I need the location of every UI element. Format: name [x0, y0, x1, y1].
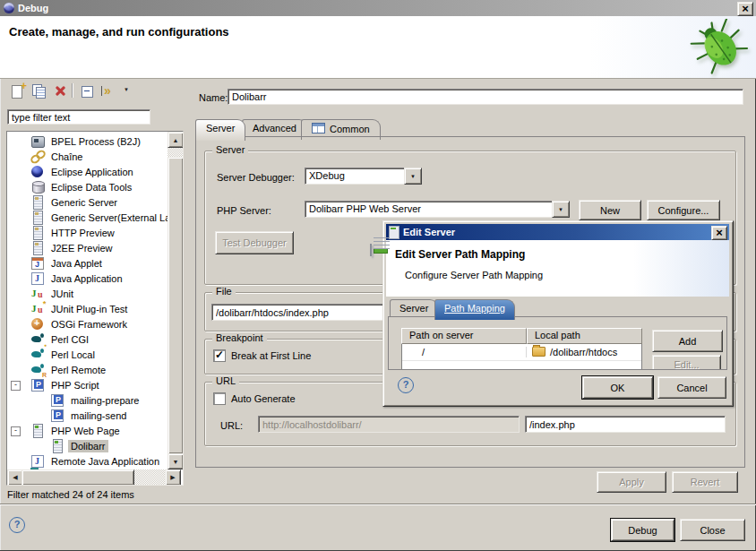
- debug-configurations-window: Debug Create, manage, and run configurat…: [0, 0, 756, 551]
- tree-item[interactable]: mailing-prepare: [7, 392, 184, 408]
- sidebar: BPEL Process (B2J) Chaîne Eclipse Applic…: [5, 81, 183, 486]
- chain-icon: [30, 150, 45, 163]
- bpel-process-icon: [30, 134, 45, 148]
- scroll-up-icon[interactable]: ▲: [168, 132, 184, 148]
- filter-status: Filter matched 24 of 24 items: [7, 489, 134, 500]
- tree-horizontal-scrollbar[interactable]: ◀ ▶: [7, 469, 181, 485]
- eclipse-logo-icon: [4, 3, 14, 13]
- toolbar-separator: [72, 83, 73, 98]
- server-icon: [30, 226, 45, 239]
- perl-cgi-icon: [30, 332, 45, 346]
- tree-item[interactable]: Eclipse Application: [7, 164, 184, 179]
- tree-vertical-scrollbar[interactable]: ▲ ▼: [168, 132, 183, 469]
- filter-input[interactable]: [7, 109, 150, 125]
- cancel-button[interactable]: Cancel: [657, 376, 726, 399]
- dialog-header: Edit Server Path Mapping Configure Serve…: [386, 240, 729, 297]
- ok-button[interactable]: OK: [582, 376, 653, 399]
- duplicate-icon[interactable]: [30, 82, 48, 100]
- tree-item[interactable]: Chaîne: [7, 149, 184, 164]
- help-icon[interactable]: [9, 517, 25, 533]
- banner: Create, manage, and run configurations: [0, 16, 756, 79]
- tree-item[interactable]: JUnit: [7, 286, 184, 301]
- tab-server[interactable]: Server: [195, 119, 245, 141]
- horizontal-scroll-thumb[interactable]: [21, 469, 134, 486]
- tree-item[interactable]: Perl CGI: [7, 331, 184, 347]
- column-header-path-on-server[interactable]: Path on server: [401, 328, 527, 344]
- java-application-icon: [30, 271, 45, 285]
- path-mapping-table: Path on server Local path / /dolibarr/ht…: [401, 328, 642, 370]
- close-button[interactable]: Close: [680, 519, 745, 541]
- server-icon: [389, 226, 399, 239]
- help-icon[interactable]: [398, 377, 414, 393]
- window-title: Debug: [18, 3, 48, 13]
- menu-dropdown-icon[interactable]: [120, 82, 138, 100]
- vertical-scroll-thumb[interactable]: [168, 157, 184, 454]
- collapse-expander-icon[interactable]: [11, 426, 21, 436]
- dialog-heading: Edit Server Path Mapping: [395, 248, 525, 261]
- edit-button[interactable]: Edit...: [652, 355, 721, 370]
- scroll-right-icon[interactable]: ▶: [165, 469, 181, 486]
- collapse-expander-icon[interactable]: [11, 381, 21, 391]
- debug-button[interactable]: Debug: [611, 519, 674, 541]
- tree-item[interactable]: J2EE Preview: [7, 240, 184, 255]
- tree-item[interactable]: Perl Remote: [7, 362, 184, 377]
- tree-item[interactable]: mailing-send: [7, 408, 184, 423]
- column-header-local-path[interactable]: Local path: [527, 328, 642, 344]
- dialog-title: Edit Server: [403, 227, 455, 237]
- remote-java-icon: [30, 454, 45, 468]
- tree-item[interactable]: BPEL Process (B2J): [7, 133, 184, 149]
- php-icon: [50, 409, 64, 422]
- scroll-down-icon[interactable]: ▼: [168, 453, 184, 469]
- java-applet-icon: [30, 256, 45, 270]
- tree-item[interactable]: Generic Server(External La: [7, 210, 184, 225]
- tree-item[interactable]: Remote Java Application: [7, 453, 184, 469]
- green-bug-icon: [690, 19, 751, 74]
- banner-title: Create, manage, and run configurations: [9, 25, 229, 39]
- title-bar[interactable]: Debug: [0, 0, 756, 16]
- server-icon: [30, 195, 45, 209]
- new-configuration-icon[interactable]: [9, 82, 27, 100]
- folder-icon: [532, 347, 546, 357]
- collapse-all-icon[interactable]: [79, 82, 97, 100]
- edit-server-dialog: Edit Server Edit Server Path Mapping Con…: [382, 220, 734, 407]
- name-input[interactable]: [228, 89, 743, 105]
- tree-item[interactable]: PHP Script: [7, 377, 184, 392]
- table-row[interactable]: / /dolibarr/htdocs: [402, 344, 641, 361]
- tree-item[interactable]: Java Applet: [7, 255, 184, 271]
- filter-icon[interactable]: [100, 82, 118, 100]
- dialog-subheading: Configure Server Path Mapping: [405, 270, 543, 280]
- configurations-tree: BPEL Process (B2J) Chaîne Eclipse Applic…: [6, 131, 184, 486]
- tree-item-selected[interactable]: Dolibarr: [7, 438, 184, 453]
- tree-item[interactable]: HTTP Preview: [7, 225, 184, 240]
- dialog-button-bar: OK Cancel: [386, 368, 729, 403]
- path-mapping-content: Path on server Local path / /dolibarr/ht…: [388, 316, 727, 370]
- server-icon: [30, 211, 45, 224]
- junit-plugin-icon: [30, 302, 45, 315]
- server-icon: [30, 241, 45, 254]
- table-body: / /dolibarr/htdocs: [401, 344, 642, 370]
- add-button[interactable]: Add: [652, 330, 723, 352]
- tree-item[interactable]: JUnit Plug-in Test: [7, 301, 184, 316]
- close-icon[interactable]: [711, 226, 727, 240]
- tree-item[interactable]: Perl Local: [7, 347, 184, 362]
- perl-icon: [30, 348, 45, 361]
- perl-remote-icon: [30, 363, 45, 376]
- dialog-tab-path-mapping[interactable]: Path Mapping: [434, 299, 515, 320]
- php-icon: [50, 393, 64, 407]
- delete-icon[interactable]: [52, 82, 70, 100]
- tree-item[interactable]: PHP Web Page: [7, 423, 184, 438]
- revert-button[interactable]: Revert: [672, 471, 738, 493]
- tree-item[interactable]: Generic Server: [7, 194, 184, 210]
- footer-separator: [0, 504, 756, 505]
- php-icon: [30, 378, 45, 392]
- name-label: Name:: [199, 92, 228, 103]
- dialog-title-bar[interactable]: Edit Server: [386, 224, 729, 240]
- tree-item[interactable]: Eclipse Data Tools: [7, 179, 184, 194]
- close-icon[interactable]: [737, 2, 753, 16]
- apply-button[interactable]: Apply: [597, 471, 666, 493]
- osgi-framework-icon: [30, 317, 45, 331]
- tree-item[interactable]: Java Application: [7, 271, 184, 286]
- table-icon: [312, 123, 325, 133]
- php-web-server-icon: [30, 424, 45, 437]
- tree-item[interactable]: OSGi Framework: [7, 316, 184, 331]
